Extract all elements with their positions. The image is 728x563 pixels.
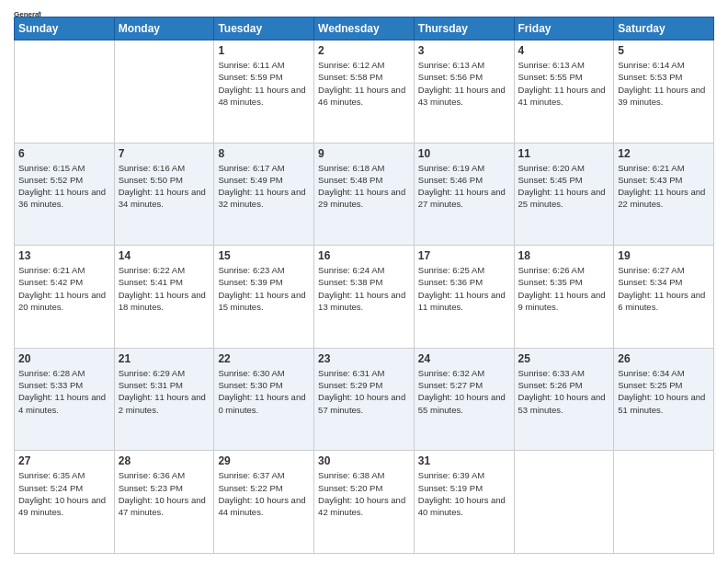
calendar-day-23: 23Sunrise: 6:31 AMSunset: 5:29 PMDayligh… <box>314 348 415 451</box>
calendar-day-10: 10Sunrise: 6:19 AMSunset: 5:46 PMDayligh… <box>414 143 514 246</box>
day-info: Sunrise: 6:22 AMSunset: 5:41 PMDaylight:… <box>119 264 210 313</box>
calendar-empty-cell <box>514 451 614 554</box>
day-info: Sunrise: 6:23 AMSunset: 5:39 PMDaylight:… <box>218 264 310 313</box>
calendar-header-thursday: Thursday <box>414 17 514 40</box>
day-info: Sunrise: 6:27 AMSunset: 5:34 PMDaylight:… <box>618 264 710 313</box>
day-info: Sunrise: 6:36 AMSunset: 5:23 PMDaylight:… <box>119 469 210 518</box>
calendar-day-15: 15Sunrise: 6:23 AMSunset: 5:39 PMDayligh… <box>214 246 314 349</box>
day-info: Sunrise: 6:32 AMSunset: 5:27 PMDaylight:… <box>418 367 510 416</box>
day-info: Sunrise: 6:26 AMSunset: 5:35 PMDaylight:… <box>518 264 610 313</box>
calendar-day-17: 17Sunrise: 6:25 AMSunset: 5:36 PMDayligh… <box>414 246 514 349</box>
day-info: Sunrise: 6:28 AMSunset: 5:33 PMDaylight:… <box>18 367 110 416</box>
calendar-empty-cell <box>114 40 214 144</box>
calendar-day-29: 29Sunrise: 6:37 AMSunset: 5:22 PMDayligh… <box>214 451 314 554</box>
day-number: 23 <box>318 352 410 365</box>
calendar-day-3: 3Sunrise: 6:13 AMSunset: 5:56 PMDaylight… <box>414 40 514 144</box>
day-number: 15 <box>218 249 310 262</box>
day-info: Sunrise: 6:35 AMSunset: 5:24 PMDaylight:… <box>18 469 110 518</box>
calendar-day-13: 13Sunrise: 6:21 AMSunset: 5:42 PMDayligh… <box>15 246 115 349</box>
calendar-header-tuesday: Tuesday <box>214 17 314 40</box>
calendar-day-27: 27Sunrise: 6:35 AMSunset: 5:24 PMDayligh… <box>15 451 115 554</box>
day-number: 7 <box>119 147 210 160</box>
calendar-header-row: SundayMondayTuesdayWednesdayThursdayFrid… <box>15 17 714 40</box>
calendar-day-22: 22Sunrise: 6:30 AMSunset: 5:30 PMDayligh… <box>214 348 314 451</box>
day-info: Sunrise: 6:39 AMSunset: 5:19 PMDaylight:… <box>418 469 510 518</box>
day-number: 26 <box>618 352 710 365</box>
day-number: 25 <box>518 352 610 365</box>
day-number: 20 <box>18 352 110 365</box>
day-number: 8 <box>218 147 310 160</box>
day-number: 29 <box>218 454 310 467</box>
calendar-day-31: 31Sunrise: 6:39 AMSunset: 5:19 PMDayligh… <box>414 451 514 554</box>
day-info: Sunrise: 6:25 AMSunset: 5:36 PMDaylight:… <box>418 264 510 313</box>
calendar-day-30: 30Sunrise: 6:38 AMSunset: 5:20 PMDayligh… <box>314 451 415 554</box>
day-info: Sunrise: 6:30 AMSunset: 5:30 PMDaylight:… <box>218 367 310 416</box>
day-info: Sunrise: 6:17 AMSunset: 5:49 PMDaylight:… <box>218 162 310 211</box>
calendar-week-1: 1Sunrise: 6:11 AMSunset: 5:59 PMDaylight… <box>15 40 714 144</box>
day-number: 21 <box>119 352 210 365</box>
calendar-day-16: 16Sunrise: 6:24 AMSunset: 5:38 PMDayligh… <box>314 246 415 349</box>
day-info: Sunrise: 6:29 AMSunset: 5:31 PMDaylight:… <box>119 367 210 416</box>
calendar-week-5: 27Sunrise: 6:35 AMSunset: 5:24 PMDayligh… <box>15 451 714 554</box>
day-number: 27 <box>18 454 110 467</box>
calendar-header-saturday: Saturday <box>614 17 714 40</box>
day-number: 14 <box>119 249 210 262</box>
day-info: Sunrise: 6:33 AMSunset: 5:26 PMDaylight:… <box>518 367 610 416</box>
day-info: Sunrise: 6:21 AMSunset: 5:42 PMDaylight:… <box>18 264 110 313</box>
day-info: Sunrise: 6:38 AMSunset: 5:20 PMDaylight:… <box>318 469 410 518</box>
day-info: Sunrise: 6:11 AMSunset: 5:59 PMDaylight:… <box>218 59 310 108</box>
day-number: 11 <box>518 147 610 160</box>
day-number: 1 <box>218 44 310 57</box>
day-info: Sunrise: 6:16 AMSunset: 5:50 PMDaylight:… <box>119 162 210 211</box>
calendar-day-21: 21Sunrise: 6:29 AMSunset: 5:31 PMDayligh… <box>114 348 214 451</box>
day-number: 31 <box>418 454 510 467</box>
calendar-empty-cell <box>15 40 115 144</box>
day-number: 5 <box>618 44 710 57</box>
day-number: 2 <box>318 44 410 57</box>
day-number: 10 <box>418 147 510 160</box>
day-info: Sunrise: 6:31 AMSunset: 5:29 PMDaylight:… <box>318 367 410 416</box>
calendar-day-18: 18Sunrise: 6:26 AMSunset: 5:35 PMDayligh… <box>514 246 614 349</box>
calendar-day-6: 6Sunrise: 6:15 AMSunset: 5:52 PMDaylight… <box>15 143 115 246</box>
calendar-header-sunday: Sunday <box>15 17 115 40</box>
calendar-day-28: 28Sunrise: 6:36 AMSunset: 5:23 PMDayligh… <box>114 451 214 554</box>
day-info: Sunrise: 6:34 AMSunset: 5:25 PMDaylight:… <box>618 367 710 416</box>
day-number: 17 <box>418 249 510 262</box>
calendar-week-4: 20Sunrise: 6:28 AMSunset: 5:33 PMDayligh… <box>15 348 714 451</box>
day-info: Sunrise: 6:12 AMSunset: 5:58 PMDaylight:… <box>318 59 410 108</box>
calendar-day-1: 1Sunrise: 6:11 AMSunset: 5:59 PMDaylight… <box>214 40 314 144</box>
day-info: Sunrise: 6:21 AMSunset: 5:43 PMDaylight:… <box>618 162 710 211</box>
day-number: 24 <box>418 352 510 365</box>
day-info: Sunrise: 6:20 AMSunset: 5:45 PMDaylight:… <box>518 162 610 211</box>
day-number: 4 <box>518 44 610 57</box>
day-number: 22 <box>218 352 310 365</box>
calendar-day-12: 12Sunrise: 6:21 AMSunset: 5:43 PMDayligh… <box>614 143 714 246</box>
calendar-day-20: 20Sunrise: 6:28 AMSunset: 5:33 PMDayligh… <box>15 348 115 451</box>
page: General Blue SundayMondayTu <box>0 0 728 563</box>
calendar-header-friday: Friday <box>514 17 614 40</box>
day-info: Sunrise: 6:13 AMSunset: 5:55 PMDaylight:… <box>518 59 610 108</box>
calendar-day-2: 2Sunrise: 6:12 AMSunset: 5:58 PMDaylight… <box>314 40 415 144</box>
day-info: Sunrise: 6:14 AMSunset: 5:53 PMDaylight:… <box>618 59 710 108</box>
logo-bird <box>16 0 36 6</box>
calendar-day-11: 11Sunrise: 6:20 AMSunset: 5:45 PMDayligh… <box>514 143 614 246</box>
day-number: 3 <box>418 44 510 57</box>
day-info: Sunrise: 6:37 AMSunset: 5:22 PMDaylight:… <box>218 469 310 518</box>
calendar-day-25: 25Sunrise: 6:33 AMSunset: 5:26 PMDayligh… <box>514 348 614 451</box>
day-number: 18 <box>518 249 610 262</box>
calendar-header-wednesday: Wednesday <box>314 17 415 40</box>
day-number: 13 <box>18 249 110 262</box>
calendar-day-8: 8Sunrise: 6:17 AMSunset: 5:49 PMDaylight… <box>214 143 314 246</box>
day-info: Sunrise: 6:15 AMSunset: 5:52 PMDaylight:… <box>18 162 110 211</box>
calendar-header-monday: Monday <box>114 17 214 40</box>
calendar-day-4: 4Sunrise: 6:13 AMSunset: 5:55 PMDaylight… <box>514 40 614 144</box>
calendar-day-5: 5Sunrise: 6:14 AMSunset: 5:53 PMDaylight… <box>614 40 714 144</box>
day-number: 9 <box>318 147 410 160</box>
calendar-day-9: 9Sunrise: 6:18 AMSunset: 5:48 PMDaylight… <box>314 143 415 246</box>
day-info: Sunrise: 6:13 AMSunset: 5:56 PMDaylight:… <box>418 59 510 108</box>
calendar-day-19: 19Sunrise: 6:27 AMSunset: 5:34 PMDayligh… <box>614 246 714 349</box>
day-info: Sunrise: 6:19 AMSunset: 5:46 PMDaylight:… <box>418 162 510 211</box>
day-info: Sunrise: 6:18 AMSunset: 5:48 PMDaylight:… <box>318 162 410 211</box>
day-info: Sunrise: 6:24 AMSunset: 5:38 PMDaylight:… <box>318 264 410 313</box>
calendar-week-3: 13Sunrise: 6:21 AMSunset: 5:42 PMDayligh… <box>15 246 714 349</box>
